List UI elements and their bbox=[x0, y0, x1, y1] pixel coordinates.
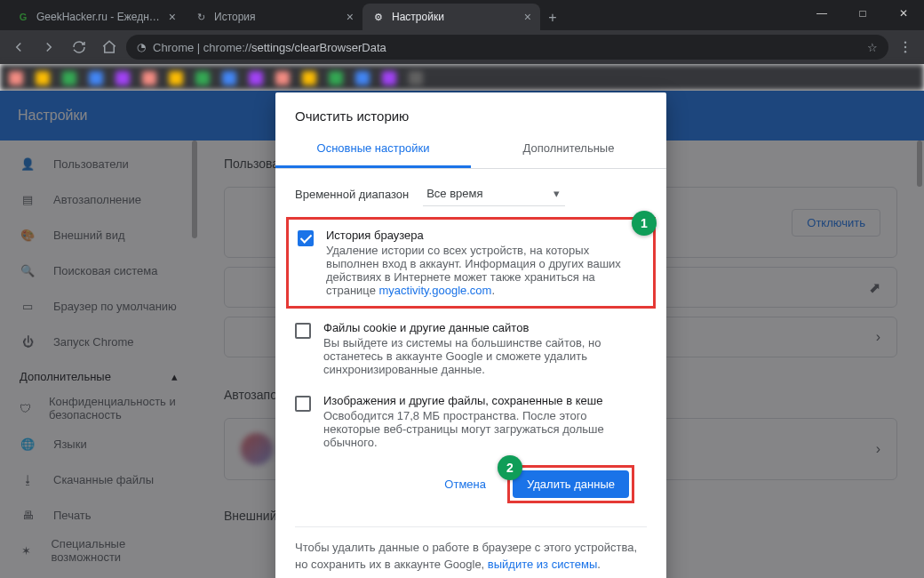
svg-point-2 bbox=[904, 51, 906, 52]
dialog-tabs: Основные настройки Дополнительные bbox=[275, 132, 666, 169]
checkbox-cookies[interactable] bbox=[295, 323, 311, 339]
tab-label-1: История bbox=[214, 11, 340, 23]
option-browsing-history[interactable]: 1 История браузера Удаление истории со в… bbox=[286, 217, 656, 309]
bookmark-star-icon[interactable]: ☆ bbox=[867, 41, 878, 54]
new-tab-button[interactable]: + bbox=[540, 5, 565, 30]
time-range-select[interactable]: Все время bbox=[423, 181, 565, 206]
site-info-icon[interactable]: ◔ bbox=[137, 41, 146, 53]
checkbox-cache[interactable] bbox=[295, 396, 311, 412]
minimize-button[interactable]: — bbox=[801, 0, 842, 27]
browser-toolbar: ◔ Chrome | chrome://settings/clearBrowse… bbox=[0, 30, 924, 64]
option-title: Изображения и другие файлы, сохраненные … bbox=[323, 394, 647, 407]
tab-label-2: Настройки bbox=[392, 11, 518, 23]
tab-label-0: GeekHacker.ru - Ежедневный ж bbox=[36, 11, 163, 23]
tab-strip: G GeekHacker.ru - Ежедневный ж × ↻ Истор… bbox=[0, 0, 801, 30]
option-desc: Вы выйдете из системы на большинстве сай… bbox=[323, 336, 647, 376]
close-window-button[interactable]: ✕ bbox=[883, 0, 924, 27]
clear-data-button[interactable]: Удалить данные bbox=[513, 470, 629, 498]
option-title: Файлы cookie и другие данные сайтов bbox=[323, 321, 647, 334]
option-cached-images[interactable]: Изображения и другие файлы, сохраненные … bbox=[295, 385, 647, 458]
dialog-actions: Отмена 2 Удалить данные bbox=[295, 458, 647, 518]
favicon-2: ⚙ bbox=[371, 10, 386, 24]
dialog-footer-note: Чтобы удалить данные о работе в браузере… bbox=[295, 526, 647, 577]
dialog-title: Очистить историю bbox=[275, 92, 666, 132]
browser-tab-2[interactable]: ⚙ Настройки × bbox=[362, 4, 540, 30]
browser-tab-0[interactable]: G GeekHacker.ru - Ежедневный ж × bbox=[7, 4, 185, 30]
annotation-outline-2: 2 Удалить данные bbox=[507, 465, 634, 503]
option-title: История браузера bbox=[326, 229, 644, 242]
favicon-1: ↻ bbox=[194, 10, 208, 24]
home-button[interactable] bbox=[96, 34, 123, 60]
annotation-badge-1: 1 bbox=[632, 211, 657, 236]
window-titlebar: G GeekHacker.ru - Ежедневный ж × ↻ Истор… bbox=[0, 0, 924, 30]
tab-advanced[interactable]: Дополнительные bbox=[471, 132, 666, 168]
forward-button[interactable] bbox=[36, 34, 62, 60]
svg-point-1 bbox=[904, 46, 906, 48]
myactivity-link[interactable]: myactivity.google.com bbox=[379, 284, 492, 297]
annotation-badge-2: 2 bbox=[498, 455, 522, 480]
sign-out-link[interactable]: выйдите из системы bbox=[488, 558, 597, 571]
url-scheme: Chrome | chrome://settings/clearBrowserD… bbox=[153, 41, 386, 54]
address-bar[interactable]: ◔ Chrome | chrome://settings/clearBrowse… bbox=[126, 35, 888, 60]
cancel-button[interactable]: Отмена bbox=[432, 465, 498, 503]
clear-browsing-data-dialog: Очистить историю Основные настройки Допо… bbox=[275, 92, 666, 578]
bookmark-bar[interactable] bbox=[0, 64, 924, 91]
close-tab-1[interactable]: × bbox=[346, 10, 354, 24]
checkbox-browsing-history[interactable] bbox=[298, 230, 314, 246]
tab-basic[interactable]: Основные настройки bbox=[275, 132, 471, 168]
window-controls: — □ ✕ bbox=[801, 0, 924, 30]
browser-tab-1[interactable]: ↻ История × bbox=[185, 4, 362, 30]
time-range-label: Временной диапазон bbox=[295, 188, 409, 201]
svg-point-0 bbox=[904, 42, 906, 44]
option-cookies[interactable]: Файлы cookie и другие данные сайтов Вы в… bbox=[295, 312, 647, 385]
close-tab-2[interactable]: × bbox=[524, 10, 531, 24]
back-button[interactable] bbox=[5, 34, 32, 60]
favicon-0: G bbox=[16, 10, 30, 24]
option-desc: Удаление истории со всех устройств, на к… bbox=[326, 244, 644, 297]
close-tab-0[interactable]: × bbox=[169, 10, 176, 24]
menu-button[interactable] bbox=[892, 34, 919, 60]
option-desc: Освободится 17,8 МБ пространства. После … bbox=[323, 409, 647, 449]
reload-button[interactable] bbox=[66, 34, 92, 60]
maximize-button[interactable]: □ bbox=[842, 0, 883, 27]
